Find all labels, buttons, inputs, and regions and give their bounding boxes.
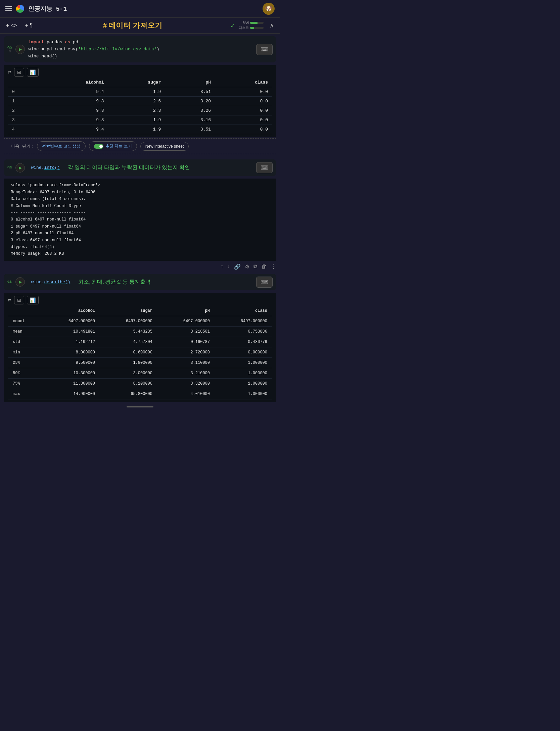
col-header-alcohol: alcohol bbox=[37, 78, 108, 87]
col-header-class: class bbox=[215, 78, 272, 87]
col-header-ph: pH bbox=[165, 78, 215, 87]
cell-2-header: 0초 ▶ wine.info() 각 열의 데이터 타입과 누락된 데이터가 있… bbox=[4, 159, 276, 176]
new-interactive-sheet-btn[interactable]: New interactive sheet bbox=[140, 142, 189, 151]
cell-3-annotation: 최소, 최대, 평균값 등 통계출력 bbox=[73, 279, 156, 286]
keyboard-btn-1[interactable]: ⌨ bbox=[256, 44, 273, 55]
hamburger-menu[interactable] bbox=[5, 6, 12, 11]
table-row: min8.0000000.6000002.7200000.000000 bbox=[8, 347, 272, 357]
table-row: 75%11.3000008.1000003.3200001.000000 bbox=[8, 378, 272, 389]
keyboard-btn-3[interactable]: ⌨ bbox=[256, 277, 273, 288]
table-row: mean10.4918015.4432353.2185010.753886 bbox=[8, 326, 272, 337]
more-btn[interactable]: ⋮ bbox=[271, 263, 276, 270]
info-line-9: 3 class 6497 non-null float64 bbox=[11, 237, 269, 244]
info-line-1: <class 'pandas.core.frame.DataFrame'> bbox=[11, 182, 269, 189]
cell-2-code: wine.info() bbox=[31, 165, 60, 170]
table-row: 49.41.93.510.0 bbox=[8, 125, 272, 134]
ram-label: RAM bbox=[243, 21, 249, 25]
disk-label: 디스크 bbox=[239, 26, 249, 30]
link-btn[interactable]: 🔗 bbox=[234, 263, 241, 270]
next-steps: 다음 단계: wine변수로 코드 생성 추천 차트 보기 New intera… bbox=[4, 138, 276, 154]
info-line-11: memory usage: 203.2 KB bbox=[11, 250, 269, 257]
desc-col-index bbox=[8, 306, 42, 316]
top-bar: 인공지능 5-1 🐶 bbox=[0, 0, 280, 18]
info-line-2: RangeIndex: 6497 entries, 0 to 6496 bbox=[11, 189, 269, 196]
table-row: count6497.0000006497.0000006497.00000064… bbox=[8, 316, 272, 326]
table-row: max14.90000065.8000004.0100001.000000 bbox=[8, 389, 272, 399]
drive-icon bbox=[16, 5, 24, 13]
table-row: 25%9.5000001.8000003.1100001.000000 bbox=[8, 357, 272, 368]
move-down-btn[interactable]: ↓ bbox=[227, 263, 230, 270]
avatar: 🐶 bbox=[263, 3, 275, 15]
generate-code-btn[interactable]: wine변수로 코드 생성 bbox=[37, 141, 86, 151]
check-icon: ✓ bbox=[231, 21, 235, 30]
cell-2-actions: ↑ ↓ 🔗 ⚙ ⧉ 🗑 ⋮ bbox=[0, 262, 280, 271]
scroll-indicator bbox=[0, 403, 280, 410]
run-btn-1[interactable]: ▶ bbox=[15, 45, 25, 54]
move-up-btn[interactable]: ↑ bbox=[221, 263, 223, 270]
cell-title: # 데이터 가져오기 bbox=[39, 20, 227, 31]
add-code-btn[interactable]: + <> bbox=[4, 21, 19, 30]
desc-col-class: class bbox=[215, 306, 272, 316]
settings-btn[interactable]: ⚙ bbox=[245, 263, 249, 270]
desc-col-alcohol: alcohol bbox=[42, 306, 100, 316]
info-line-6: 0 alcohol 6497 non-null float64 bbox=[11, 216, 269, 223]
info-line-8: 2 pH 6497 non-null float64 bbox=[11, 230, 269, 237]
table-row: 29.82.33.260.0 bbox=[8, 106, 272, 115]
data-table-1: alcohol sugar pH class 09.41.93.510.019.… bbox=[8, 78, 272, 134]
run-btn-3[interactable]: ▶ bbox=[15, 277, 25, 287]
cell-1-time: 0초 초 bbox=[7, 46, 12, 53]
keyboard-btn-2[interactable]: ⌨ bbox=[256, 162, 273, 173]
cell-1-header: 0초 초 ▶ import pandas as pd wine = pd.rea… bbox=[4, 36, 276, 62]
delete-btn[interactable]: 🗑 bbox=[261, 263, 267, 270]
copy-btn[interactable]: ⧉ bbox=[253, 263, 257, 270]
output-toolbar-1: ⇄ ⊞ 📊 bbox=[8, 68, 272, 77]
add-text-btn[interactable]: + ¶ bbox=[23, 21, 34, 30]
info-line-10: dtypes: float64(4) bbox=[11, 244, 269, 250]
desc-col-ph: pH bbox=[157, 306, 215, 316]
info-line-3: Data columns (total 4 columns): bbox=[11, 196, 269, 202]
collapse-btn[interactable]: ∧ bbox=[268, 20, 276, 31]
col-header-sugar: sugar bbox=[108, 78, 165, 87]
cell-3-header: 0초 ▶ wine.describe() 최소, 최대, 평균값 등 통계출력 … bbox=[4, 274, 276, 290]
swap-icon-1[interactable]: ⇄ bbox=[8, 69, 11, 76]
cell-2-time: 0초 bbox=[7, 166, 12, 169]
info-output: <class 'pandas.core.frame.DataFrame'> Ra… bbox=[4, 179, 276, 260]
recommend-chart-btn[interactable]: 추천 차트 보기 bbox=[89, 141, 137, 151]
table-row: 39.81.93.160.0 bbox=[8, 115, 272, 125]
table-row: std1.1927124.7578040.1607870.430779 bbox=[8, 337, 272, 347]
ram-indicator: RAM 디스크 bbox=[239, 21, 264, 30]
app-title: 인공지능 5-1 bbox=[28, 5, 259, 13]
output-1: ⇄ ⊞ 📊 alcohol sugar pH class 09.41.93.51… bbox=[4, 65, 276, 137]
chart-view-btn-1[interactable]: 📊 bbox=[27, 68, 39, 77]
cell-3-code: wine.describe() bbox=[31, 280, 70, 285]
toolbar: + <> + ¶ # 데이터 가져오기 ✓ RAM 디스크 ∧ bbox=[0, 18, 280, 34]
table-view-btn-3[interactable]: ⊞ bbox=[14, 296, 24, 304]
next-label: 다음 단계: bbox=[11, 143, 34, 149]
table-row: 50%10.3000003.0000003.2100001.000000 bbox=[8, 368, 272, 378]
table-row: 09.41.93.510.0 bbox=[8, 87, 272, 97]
desc-col-sugar: sugar bbox=[100, 306, 157, 316]
cell-2-annotation: 각 열의 데이터 타입과 누락된 데이터가 있는지 확인 bbox=[62, 164, 195, 171]
table-view-btn-1[interactable]: ⊞ bbox=[14, 68, 24, 77]
info-line-7: 1 sugar 6497 non-null float64 bbox=[11, 223, 269, 230]
cell-1: 0초 초 ▶ import pandas as pd wine = pd.rea… bbox=[4, 36, 276, 62]
chart-view-btn-3[interactable]: 📊 bbox=[27, 296, 39, 304]
info-line-4: # Column Non-Null Count Dtype bbox=[11, 203, 269, 209]
describe-table: alcohol sugar pH class count6497.0000006… bbox=[8, 306, 272, 399]
cell-1-code: import pandas as pd wine = pd.read_csv('… bbox=[28, 39, 253, 60]
cell-3: 0초 ▶ wine.describe() 최소, 최대, 평균값 등 통계출력 … bbox=[4, 274, 276, 290]
run-btn-2[interactable]: ▶ bbox=[15, 163, 25, 173]
output-toolbar-3: ⇄ ⊞ 📊 bbox=[8, 296, 272, 304]
output-3: ⇄ ⊞ 📊 alcohol sugar pH class count6497.0… bbox=[4, 293, 276, 402]
col-header-index bbox=[8, 78, 37, 87]
swap-icon-3[interactable]: ⇄ bbox=[8, 297, 11, 303]
table-row: 19.82.63.200.0 bbox=[8, 97, 272, 106]
info-line-5: --- ------ -------------- ----- bbox=[11, 209, 269, 216]
cell-3-time: 0초 bbox=[7, 280, 12, 284]
cell-2: 0초 ▶ wine.info() 각 열의 데이터 타입과 누락된 데이터가 있… bbox=[4, 159, 276, 176]
